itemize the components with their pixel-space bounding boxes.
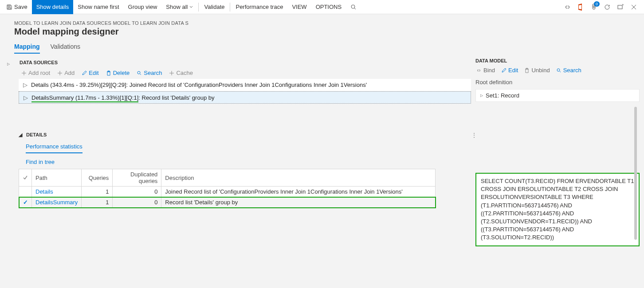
scrollbar-thumb[interactable] <box>634 107 637 240</box>
path-link[interactable]: DetailsSummary <box>35 199 78 206</box>
tab-mapping[interactable]: Mapping <box>14 41 40 54</box>
cell-queries: 1 <box>82 197 113 208</box>
table-header-row: Path Queries Duplicated queries Descript… <box>19 169 436 187</box>
tree-row-details-summary[interactable]: ▷ DetailsSummary (11.7ms - 1.33%)[1][Q:1… <box>19 91 471 104</box>
validate-button[interactable]: Validate <box>200 0 229 14</box>
col-check[interactable] <box>19 169 32 187</box>
svg-point-2 <box>137 71 140 74</box>
view-menu[interactable]: VIEW <box>287 0 311 14</box>
collapse-rail[interactable] <box>7 57 14 274</box>
col-queries[interactable]: Queries <box>82 169 113 187</box>
path-link[interactable]: Details <box>35 188 53 195</box>
tree-row-text-suffix: : Record list 'Details' group by <box>138 94 214 101</box>
cell-dup: 0 <box>113 187 161 197</box>
edit-action[interactable]: Edit <box>82 70 98 76</box>
tree-row-text: DetailsSummary (11.7ms - 1.33%)[1][Q:1]:… <box>29 94 214 101</box>
office-icon[interactable] <box>577 3 585 11</box>
edit-action[interactable]: Edit <box>501 67 518 74</box>
chevron-right-icon: ▷ <box>480 93 483 97</box>
cache-label: Cache <box>176 70 193 76</box>
performance-trace-button[interactable]: Performance trace <box>231 0 287 14</box>
link-icon[interactable] <box>563 3 571 11</box>
svg-rect-1 <box>618 5 622 9</box>
row-check[interactable] <box>19 187 32 197</box>
chevron-down-icon <box>189 5 193 9</box>
resize-handle-icon[interactable]: ⋮ <box>471 132 477 139</box>
cell-desc: Record list 'Details' group by <box>161 197 436 208</box>
col-path[interactable]: Path <box>32 169 82 187</box>
add-root-label: Add root <box>28 70 50 76</box>
svg-point-0 <box>351 5 355 8</box>
data-sources-tree: ▷ Details (343.4ms - 39.25%)[29][Q:29]: … <box>19 79 471 104</box>
data-model-panel: DATA MODEL Bind Edit Unbind Search Root … <box>475 57 640 274</box>
tree-row-details[interactable]: ▷ Details (343.4ms - 39.25%)[29][Q:29]: … <box>19 79 471 91</box>
save-label: Save <box>14 4 27 10</box>
toolbar: Save Show details Show name first Group … <box>0 0 644 14</box>
data-model-header: DATA MODEL <box>475 57 640 66</box>
edit-label: Edit <box>89 70 98 76</box>
table-row[interactable]: ✓ DetailsSummary 1 0 Record list 'Detail… <box>19 197 436 208</box>
table-row[interactable]: Details 1 0 Joined Record list of 'Confi… <box>19 187 436 197</box>
show-name-first-button[interactable]: Show name first <box>73 0 123 14</box>
record-label: Set1: Record <box>486 92 519 99</box>
delete-action[interactable]: Delete <box>106 70 130 76</box>
cell-path: Details <box>32 187 82 197</box>
col-duplicated-queries[interactable]: Duplicated queries <box>113 169 161 187</box>
data-sources-header: DATA SOURCES <box>19 57 471 68</box>
refresh-icon[interactable] <box>603 3 611 11</box>
row-check[interactable]: ✓ <box>19 197 32 208</box>
details-header-label: DETAILS <box>26 132 47 137</box>
add-label: Add <box>64 70 75 76</box>
details-header[interactable]: ◢ DETAILS <box>19 130 471 140</box>
badge-count: 0 <box>594 1 600 7</box>
caret-down-icon: ◢ <box>19 132 23 138</box>
options-menu[interactable]: OPTIONS <box>311 0 346 14</box>
group-view-button[interactable]: Group view <box>124 0 162 14</box>
main-tabs: Mapping Validations <box>14 41 637 54</box>
subtab-performance-statistics[interactable]: Performance statistics <box>26 141 82 153</box>
show-all-label: Show all <box>166 4 188 10</box>
cell-dup: 0 <box>113 197 161 208</box>
record-row[interactable]: ▷ Set1: Record <box>475 89 640 102</box>
col-description[interactable]: Description <box>161 169 436 187</box>
close-icon[interactable] <box>630 3 638 11</box>
bind-action[interactable]: Bind <box>475 67 495 74</box>
tree-row-text: Details (343.4ms - 39.25%)[29][Q:29]: Jo… <box>28 82 367 88</box>
check-icon: ✓ <box>23 199 28 206</box>
edit-label: Edit <box>508 67 518 74</box>
data-model-actions: Bind Edit Unbind Search <box>475 66 640 77</box>
separator <box>230 3 230 12</box>
search-toolbar-button[interactable] <box>346 0 361 14</box>
search-action[interactable]: Search <box>137 70 162 76</box>
cell-queries: 1 <box>82 187 113 197</box>
window-controls: 0 <box>563 3 642 11</box>
sql-preview: SELECT COUNT(T3.RECID) FROM ERVENDORTABL… <box>475 173 640 246</box>
save-icon <box>6 4 12 10</box>
search-label: Search <box>144 70 162 76</box>
cell-desc: Joined Record list of 'ConfigurationProv… <box>161 187 436 197</box>
show-details-button[interactable]: Show details <box>32 0 74 14</box>
details-subtabs: Performance statistics <box>26 141 471 153</box>
save-button[interactable]: Save <box>2 0 32 14</box>
cache-action[interactable]: Cache <box>169 70 193 76</box>
search-label: Search <box>563 67 581 74</box>
unbind-label: Unbind <box>531 67 550 74</box>
popout-icon[interactable] <box>617 3 624 11</box>
show-all-dropdown[interactable]: Show all <box>161 0 197 14</box>
page-header: MODEL TO LEARN JOIN DATA SOURCES MODEL T… <box>0 14 644 57</box>
separator <box>198 3 199 12</box>
page-title: Model mapping designer <box>14 27 637 37</box>
unbind-action[interactable]: Unbind <box>524 67 550 74</box>
add-action[interactable]: Add <box>57 70 75 76</box>
tab-validations[interactable]: Validations <box>51 41 80 54</box>
highlighted-text: DetailsSummary (11.7ms - 1.33%)[1][Q:1] <box>31 94 138 102</box>
chevron-right-icon <box>7 60 10 66</box>
delete-label: Delete <box>113 70 130 76</box>
attach-icon[interactable]: 0 <box>590 3 598 11</box>
find-in-tree-link[interactable]: Find in tree <box>26 159 55 165</box>
search-action[interactable]: Search <box>556 67 581 74</box>
add-root-action[interactable]: Add root <box>21 70 50 76</box>
root-definition-label: Root definition <box>475 79 640 86</box>
svg-point-3 <box>557 69 560 71</box>
bind-label: Bind <box>483 67 495 74</box>
